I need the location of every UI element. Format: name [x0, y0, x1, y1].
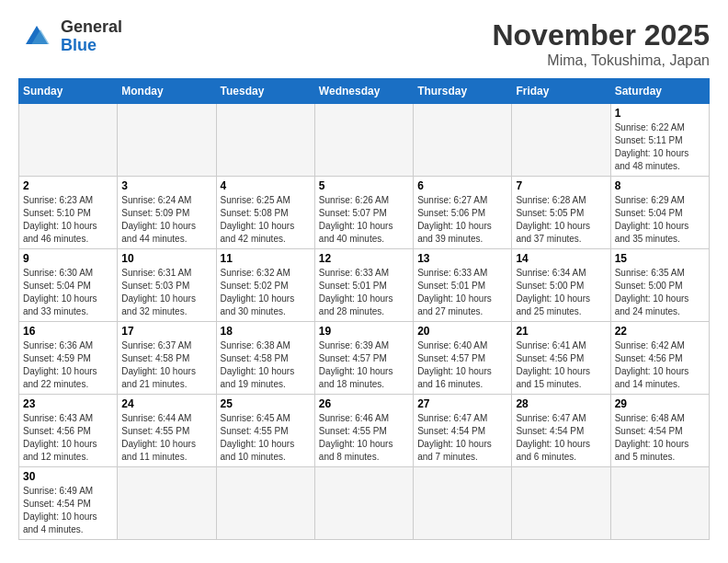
calendar-cell	[414, 104, 512, 177]
calendar-cell: 19Sunrise: 6:39 AM Sunset: 4:57 PM Dayli…	[314, 322, 413, 395]
day-number: 20	[417, 325, 507, 338]
calendar-cell: 9Sunrise: 6:30 AM Sunset: 5:04 PM Daylig…	[19, 249, 118, 322]
day-number: 21	[516, 325, 606, 338]
calendar-cell: 26Sunrise: 6:46 AM Sunset: 4:55 PM Dayli…	[314, 395, 413, 467]
calendar-cell: 23Sunrise: 6:43 AM Sunset: 4:56 PM Dayli…	[19, 395, 118, 467]
day-number: 24	[121, 397, 211, 410]
day-number: 7	[516, 179, 606, 192]
day-info: Sunrise: 6:39 AM Sunset: 4:57 PM Dayligh…	[319, 339, 409, 391]
day-number: 26	[319, 397, 409, 410]
calendar-cell: 25Sunrise: 6:45 AM Sunset: 4:55 PM Dayli…	[216, 395, 314, 467]
day-info: Sunrise: 6:22 AM Sunset: 5:11 PM Dayligh…	[615, 121, 705, 173]
day-number: 10	[121, 252, 211, 265]
calendar-cell	[118, 467, 216, 540]
calendar-cell: 7Sunrise: 6:28 AM Sunset: 5:05 PM Daylig…	[512, 177, 610, 249]
calendar-cell	[216, 104, 314, 177]
calendar-cell: 17Sunrise: 6:37 AM Sunset: 4:58 PM Dayli…	[118, 322, 216, 395]
day-info: Sunrise: 6:25 AM Sunset: 5:08 PM Dayligh…	[221, 194, 311, 246]
calendar-cell: 21Sunrise: 6:41 AM Sunset: 4:56 PM Dayli…	[512, 322, 610, 395]
weekday-header-wednesday: Wednesday	[314, 79, 413, 104]
calendar-week-row: 2Sunrise: 6:23 AM Sunset: 5:10 PM Daylig…	[19, 177, 710, 249]
calendar-cell: 3Sunrise: 6:24 AM Sunset: 5:09 PM Daylig…	[118, 177, 216, 249]
calendar-table: SundayMondayTuesdayWednesdayThursdayFrid…	[18, 78, 710, 540]
calendar-cell: 11Sunrise: 6:32 AM Sunset: 5:02 PM Dayli…	[216, 249, 314, 322]
day-number: 15	[615, 252, 705, 265]
calendar-week-row: 23Sunrise: 6:43 AM Sunset: 4:56 PM Dayli…	[19, 395, 710, 467]
day-number: 22	[615, 325, 705, 338]
month-year: November 2025	[492, 18, 710, 52]
logo: GeneralBlue	[18, 18, 122, 55]
calendar-week-row: 9Sunrise: 6:30 AM Sunset: 5:04 PM Daylig…	[19, 249, 710, 322]
calendar-cell: 13Sunrise: 6:33 AM Sunset: 5:01 PM Dayli…	[414, 249, 512, 322]
calendar-cell: 18Sunrise: 6:38 AM Sunset: 4:58 PM Dayli…	[216, 322, 314, 395]
day-number: 9	[23, 252, 113, 265]
calendar-cell: 14Sunrise: 6:34 AM Sunset: 5:00 PM Dayli…	[512, 249, 610, 322]
day-info: Sunrise: 6:40 AM Sunset: 4:57 PM Dayligh…	[417, 339, 507, 391]
day-number: 17	[121, 325, 211, 338]
logo-icon	[18, 18, 55, 55]
day-number: 5	[319, 179, 409, 192]
calendar-cell: 5Sunrise: 6:26 AM Sunset: 5:07 PM Daylig…	[314, 177, 413, 249]
calendar-cell	[610, 467, 709, 540]
calendar-cell: 30Sunrise: 6:49 AM Sunset: 4:54 PM Dayli…	[19, 467, 118, 540]
day-number: 19	[319, 325, 409, 338]
calendar-cell	[216, 467, 314, 540]
calendar-cell: 2Sunrise: 6:23 AM Sunset: 5:10 PM Daylig…	[19, 177, 118, 249]
weekday-header-monday: Monday	[118, 79, 216, 104]
day-info: Sunrise: 6:48 AM Sunset: 4:54 PM Dayligh…	[615, 412, 705, 464]
day-number: 13	[417, 252, 507, 265]
title-block: November 2025 Mima, Tokushima, Japan	[492, 18, 710, 69]
day-number: 2	[23, 179, 113, 192]
logo-text: GeneralBlue	[61, 18, 122, 55]
weekday-header-tuesday: Tuesday	[216, 79, 314, 104]
day-info: Sunrise: 6:34 AM Sunset: 5:00 PM Dayligh…	[516, 267, 606, 318]
day-number: 8	[615, 179, 705, 192]
day-info: Sunrise: 6:47 AM Sunset: 4:54 PM Dayligh…	[516, 412, 606, 464]
day-number: 29	[615, 397, 705, 410]
calendar-cell: 27Sunrise: 6:47 AM Sunset: 4:54 PM Dayli…	[414, 395, 512, 467]
day-number: 23	[23, 397, 113, 410]
day-number: 12	[319, 252, 409, 265]
day-info: Sunrise: 6:33 AM Sunset: 5:01 PM Dayligh…	[319, 267, 409, 318]
calendar-cell: 24Sunrise: 6:44 AM Sunset: 4:55 PM Dayli…	[118, 395, 216, 467]
day-info: Sunrise: 6:30 AM Sunset: 5:04 PM Dayligh…	[23, 267, 113, 318]
day-info: Sunrise: 6:38 AM Sunset: 4:58 PM Dayligh…	[221, 339, 311, 391]
day-number: 1	[615, 107, 705, 120]
day-info: Sunrise: 6:27 AM Sunset: 5:06 PM Dayligh…	[417, 194, 507, 246]
day-number: 11	[221, 252, 311, 265]
calendar-cell	[118, 104, 216, 177]
calendar-cell: 20Sunrise: 6:40 AM Sunset: 4:57 PM Dayli…	[414, 322, 512, 395]
day-info: Sunrise: 6:26 AM Sunset: 5:07 PM Dayligh…	[319, 194, 409, 246]
day-info: Sunrise: 6:36 AM Sunset: 4:59 PM Dayligh…	[23, 339, 113, 391]
calendar-cell: 6Sunrise: 6:27 AM Sunset: 5:06 PM Daylig…	[414, 177, 512, 249]
day-number: 30	[23, 470, 113, 483]
weekday-header-row: SundayMondayTuesdayWednesdayThursdayFrid…	[19, 79, 710, 104]
day-number: 18	[221, 325, 311, 338]
calendar-cell: 10Sunrise: 6:31 AM Sunset: 5:03 PM Dayli…	[118, 249, 216, 322]
day-number: 4	[221, 179, 311, 192]
weekday-header-sunday: Sunday	[19, 79, 118, 104]
calendar-cell: 22Sunrise: 6:42 AM Sunset: 4:56 PM Dayli…	[610, 322, 709, 395]
calendar-cell	[512, 104, 610, 177]
calendar-cell: 16Sunrise: 6:36 AM Sunset: 4:59 PM Dayli…	[19, 322, 118, 395]
calendar-cell	[19, 104, 118, 177]
day-number: 6	[417, 179, 507, 192]
calendar-week-row: 30Sunrise: 6:49 AM Sunset: 4:54 PM Dayli…	[19, 467, 710, 540]
day-info: Sunrise: 6:43 AM Sunset: 4:56 PM Dayligh…	[23, 412, 113, 464]
calendar-cell: 4Sunrise: 6:25 AM Sunset: 5:08 PM Daylig…	[216, 177, 314, 249]
calendar-cell: 29Sunrise: 6:48 AM Sunset: 4:54 PM Dayli…	[610, 395, 709, 467]
day-info: Sunrise: 6:47 AM Sunset: 4:54 PM Dayligh…	[417, 412, 507, 464]
day-info: Sunrise: 6:31 AM Sunset: 5:03 PM Dayligh…	[121, 267, 211, 318]
day-info: Sunrise: 6:42 AM Sunset: 4:56 PM Dayligh…	[615, 339, 705, 391]
day-info: Sunrise: 6:44 AM Sunset: 4:55 PM Dayligh…	[121, 412, 211, 464]
calendar-cell: 1Sunrise: 6:22 AM Sunset: 5:11 PM Daylig…	[610, 104, 709, 177]
weekday-header-thursday: Thursday	[414, 79, 512, 104]
calendar-cell: 12Sunrise: 6:33 AM Sunset: 5:01 PM Dayli…	[314, 249, 413, 322]
day-info: Sunrise: 6:23 AM Sunset: 5:10 PM Dayligh…	[23, 194, 113, 246]
calendar-week-row: 16Sunrise: 6:36 AM Sunset: 4:59 PM Dayli…	[19, 322, 710, 395]
day-info: Sunrise: 6:49 AM Sunset: 4:54 PM Dayligh…	[23, 485, 113, 536]
location: Mima, Tokushima, Japan	[492, 52, 710, 69]
weekday-header-saturday: Saturday	[610, 79, 709, 104]
day-number: 25	[221, 397, 311, 410]
calendar-cell: 15Sunrise: 6:35 AM Sunset: 5:00 PM Dayli…	[610, 249, 709, 322]
